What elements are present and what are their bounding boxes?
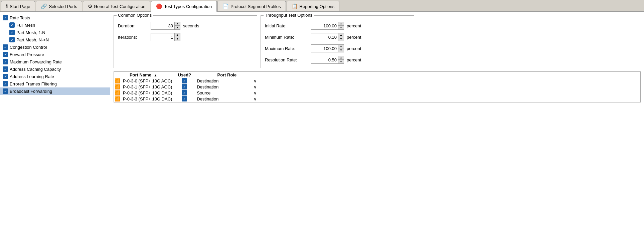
resolution-rate-increment-button[interactable]: ▲ [338, 56, 344, 60]
duration-label: Duration: [118, 23, 148, 28]
duration-input[interactable]: 30 [151, 22, 174, 29]
tree-label-rate-tests: Rate Tests [10, 15, 30, 20]
checkbox-broadcast-forwarding[interactable]: ✓ [3, 88, 8, 94]
cell-used-3[interactable]: ✓ [173, 96, 196, 101]
max-rate-decrement-button[interactable]: ▼ [338, 48, 344, 52]
role-dropdown-arrow-2[interactable]: ∨ [254, 90, 257, 95]
test-types-icon: 🔴 [156, 3, 162, 9]
tree-item-full-mesh[interactable]: ✓ Full Mesh [0, 21, 110, 29]
checkbox-errored-frames-filtering[interactable]: ✓ [3, 81, 8, 86]
tab-protocol-segment-profiles[interactable]: 📄 Protocol Segment Profiles [217, 1, 286, 11]
duration-increment-button[interactable]: ▲ [175, 22, 180, 26]
checkbox-max-forwarding-rate[interactable]: ✓ [3, 59, 8, 64]
checkbox-forward-pressure[interactable]: ✓ [3, 52, 8, 57]
max-rate-increment-button[interactable]: ▲ [338, 45, 344, 48]
tab-protocol-segment-profiles-label: Protocol Segment Profiles [230, 4, 281, 9]
tree-item-address-caching-capacity[interactable]: ✓ Address Caching Capacity [0, 65, 110, 73]
cell-port-name-1: 📶 P-0-3-1 (SFP+ 10G AOC) [115, 84, 172, 89]
tab-reporting-options[interactable]: 📋 Reporting Options [287, 1, 340, 11]
role-dropdown-arrow-0[interactable]: ∨ [254, 78, 257, 83]
checkbox-used-2[interactable]: ✓ [182, 90, 187, 95]
role-dropdown-arrow-1[interactable]: ∨ [254, 84, 257, 89]
tree-item-max-forwarding-rate[interactable]: ✓ Maximum Forwarding Rate [0, 58, 110, 65]
iterations-decrement-button[interactable]: ▼ [175, 37, 180, 41]
duration-decrement-button[interactable]: ▼ [175, 26, 180, 29]
tab-start-page[interactable]: ℹ Start Page [1, 1, 35, 11]
cell-used-2[interactable]: ✓ [173, 90, 196, 95]
min-rate-decrement-button[interactable]: ▼ [338, 37, 344, 41]
tab-test-types-config[interactable]: 🔴 Test Types Configuration [151, 1, 217, 12]
col-header-used[interactable]: Used? [173, 72, 196, 77]
checkbox-address-caching-capacity[interactable]: ✓ [3, 66, 8, 72]
resolution-rate-decrement-button[interactable]: ▼ [338, 60, 344, 63]
cell-role-2[interactable]: Source ∨ [197, 90, 257, 95]
tree-item-errored-frames-filtering[interactable]: ✓ Errored Frames Filtering [0, 80, 110, 87]
min-rate-input[interactable]: 0.10 [311, 33, 338, 41]
cell-port-name-3: 📶 P-0-3-3 (SFP+ 10G DAC) [115, 96, 172, 101]
min-rate-unit: percent [347, 35, 361, 40]
min-rate-increment-button[interactable]: ▲ [338, 33, 344, 37]
tree-label-address-learning-rate: Address Learning Rate [10, 74, 54, 79]
iterations-increment-button[interactable]: ▲ [175, 33, 180, 37]
tree-label-broadcast-forwarding: Broadcast Forwarding [10, 89, 52, 94]
tree-item-part-mesh-1n[interactable]: ✓ Part.Mesh, 1:N [0, 29, 110, 36]
initial-rate-decrement-button[interactable]: ▼ [338, 26, 344, 29]
checkbox-full-mesh[interactable]: ✓ [9, 22, 15, 28]
resolution-rate-spinbox-buttons: ▲ ▼ [338, 56, 344, 63]
initial-rate-row: Initial Rate: 100.00 ▲ ▼ percent [265, 22, 410, 30]
checkbox-part-mesh-nn[interactable]: ✓ [9, 37, 15, 42]
tab-selected-ports[interactable]: 🔗 Selected Ports [36, 1, 82, 11]
initial-rate-input[interactable]: 100.00 [311, 22, 338, 29]
table-row: 📶 P-0-3-0 (SFP+ 10G AOC) ✓ Destination ∨ [115, 78, 257, 83]
tree-item-address-learning-rate[interactable]: ✓ Address Learning Rate [0, 73, 110, 80]
resolution-rate-input[interactable]: 0.50 [311, 56, 338, 63]
cell-used-0[interactable]: ✓ [173, 78, 196, 83]
iterations-input[interactable]: 1 [151, 33, 174, 41]
initial-rate-spinbox-buttons: ▲ ▼ [338, 22, 344, 29]
tab-general-test-config-label: General Test Configuration [94, 4, 145, 9]
tree-item-rate-tests[interactable]: ✓ Rate Tests [0, 14, 110, 21]
min-rate-spinbox[interactable]: 0.10 ▲ ▼ [311, 33, 344, 41]
port-icon-0: 📶 [115, 78, 120, 83]
resolution-rate-label: Resolution Rate: [265, 57, 308, 62]
options-group-row: Common Options Duration: 30 ▲ ▼ seconds … [114, 15, 641, 68]
tab-general-test-config[interactable]: ⚙ General Test Configuration [83, 1, 150, 11]
duration-spinbox[interactable]: 30 ▲ ▼ [151, 22, 180, 30]
max-rate-spinbox[interactable]: 100.00 ▲ ▼ [311, 44, 344, 52]
role-text-1: Destination [197, 84, 218, 89]
tree-item-broadcast-forwarding[interactable]: ✓ Broadcast Forwarding [0, 87, 110, 95]
min-rate-label: Minimum Rate: [265, 35, 308, 40]
col-header-port-role[interactable]: Port Role [197, 72, 257, 77]
cell-port-name-0: 📶 P-0-3-0 (SFP+ 10G AOC) [115, 78, 172, 83]
general-config-icon: ⚙ [88, 3, 92, 9]
col-header-port-name[interactable]: Port Name ▲ [115, 72, 172, 77]
checkbox-rate-tests[interactable]: ✓ [3, 15, 8, 20]
checkbox-used-0[interactable]: ✓ [182, 78, 187, 83]
checkbox-congestion-control[interactable]: ✓ [3, 44, 8, 50]
role-cell-3: Destination ∨ [197, 96, 257, 101]
port-name-text-0: P-0-3-0 (SFP+ 10G AOC) [123, 78, 172, 83]
tree-item-forward-pressure[interactable]: ✓ Forward Pressure [0, 51, 110, 58]
cell-role-3[interactable]: Destination ∨ [197, 96, 257, 101]
port-icon-2: 📶 [115, 90, 120, 95]
max-rate-spinbox-buttons: ▲ ▼ [338, 45, 344, 52]
iterations-spinbox-buttons: ▲ ▼ [174, 33, 180, 41]
initial-rate-spinbox[interactable]: 100.00 ▲ ▼ [311, 22, 344, 30]
checkbox-used-1[interactable]: ✓ [182, 84, 187, 89]
resolution-rate-spinbox[interactable]: 0.50 ▲ ▼ [311, 56, 344, 64]
resolution-rate-row: Resolution Rate: 0.50 ▲ ▼ percent [265, 56, 410, 64]
checkbox-address-learning-rate[interactable]: ✓ [3, 74, 8, 79]
role-dropdown-arrow-3[interactable]: ∨ [254, 96, 257, 101]
checkbox-part-mesh-1n[interactable]: ✓ [9, 30, 15, 35]
checkbox-used-3[interactable]: ✓ [182, 96, 187, 101]
iterations-spinbox[interactable]: 1 ▲ ▼ [151, 33, 180, 41]
tree-item-congestion-control[interactable]: ✓ Congestion Control [0, 43, 110, 51]
max-rate-input[interactable]: 100.00 [311, 45, 338, 52]
cell-role-1[interactable]: Destination ∨ [197, 84, 257, 89]
tree-item-part-mesh-nn[interactable]: ✓ Part.Mesh, N->N [0, 36, 110, 43]
ports-table-container: Port Name ▲ Used? Port Role [114, 71, 641, 102]
initial-rate-increment-button[interactable]: ▲ [338, 22, 344, 26]
cell-role-0[interactable]: Destination ∨ [197, 78, 257, 83]
sort-arrow-port-name: ▲ [154, 73, 157, 77]
cell-used-1[interactable]: ✓ [173, 84, 196, 89]
